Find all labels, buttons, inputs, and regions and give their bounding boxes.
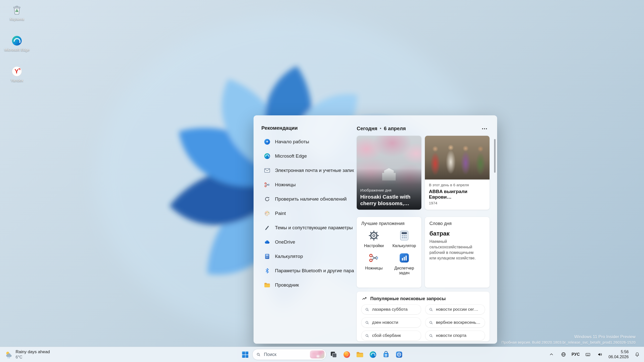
- volume-button[interactable]: [594, 349, 606, 360]
- microsoft-store-button[interactable]: [380, 348, 392, 360]
- search-home-panel: Рекомендации Начало работы Microsoft Edg…: [254, 115, 497, 344]
- task-view-button[interactable]: [328, 348, 339, 360]
- edge-button[interactable]: [367, 348, 379, 360]
- windows-start-icon: [241, 351, 249, 358]
- recommendation-item[interactable]: Электронная почта и учетные записи: [261, 164, 356, 177]
- edge-icon: [369, 351, 377, 358]
- yandex-icon: Y: [11, 66, 22, 77]
- word-of-day-definition: Наемный сельскохозяйственный рабочий в п…: [425, 239, 490, 261]
- image-of-day-kicker: Изображение дня: [360, 188, 418, 192]
- firefox-button[interactable]: [341, 348, 352, 360]
- search-highlight-thumbnail[interactable]: [310, 350, 325, 358]
- trending-query-label: новости россии сег…: [436, 307, 478, 312]
- weather-temp: 6°C: [16, 355, 50, 359]
- top-apps-grid: Настройки Калькулятор: [357, 228, 421, 277]
- watermark-line1: Windows 11 Pro Insider Preview: [501, 334, 635, 339]
- recommendation-item[interactable]: Ножницы: [261, 178, 356, 191]
- tray-time: 5:56: [621, 349, 629, 354]
- trending-query-chip[interactable]: вербное воскресень…: [425, 318, 485, 328]
- settings-gear-icon: [368, 230, 380, 241]
- weather-widget[interactable]: Rainy days ahead 6°C: [1, 347, 53, 361]
- recommendation-item[interactable]: Paint: [261, 207, 356, 220]
- image-of-day-card[interactable]: Изображение дня Hirosaki Castle with che…: [357, 136, 421, 210]
- recommendation-label: Калькулятор: [275, 254, 303, 259]
- bell-icon: [634, 352, 640, 357]
- network-button[interactable]: [558, 349, 569, 360]
- recommendation-item[interactable]: Проверить наличие обновлений: [261, 193, 356, 206]
- mail-icon: [264, 167, 270, 174]
- trending-header: Популярные поисковые запросы: [357, 292, 490, 304]
- trending-query-chip[interactable]: новости россии сег…: [425, 304, 485, 314]
- language-indicator[interactable]: РУС: [570, 349, 582, 360]
- recommendation-label: Paint: [275, 211, 286, 216]
- trending-query-chip[interactable]: новости спорта: [425, 331, 485, 341]
- recommendation-item[interactable]: Калькулятор: [261, 250, 356, 263]
- bluetooth-icon: [264, 267, 270, 274]
- on-this-day-kicker: В этот день в 6 апреля: [429, 183, 486, 187]
- trending-query-label: сбой сбербанк: [372, 333, 401, 338]
- today-more-button[interactable]: …: [479, 126, 490, 131]
- recommendation-item[interactable]: OneDrive: [261, 236, 356, 249]
- panel-scrollbar-thumb[interactable]: [494, 139, 496, 173]
- file-explorer-icon: [356, 351, 364, 358]
- search-icon: [365, 320, 370, 325]
- task-manager-icon: [398, 252, 410, 264]
- desktop-icon-recycle-bin[interactable]: Корзина: [3, 5, 31, 21]
- recommendation-item[interactable]: Темы и сопутствующие параметры: [261, 221, 356, 234]
- svg-text:Y: Y: [15, 68, 19, 75]
- today-section: Сегодня • 6 апреля … Изображение дня Hir…: [357, 125, 490, 341]
- app-settings[interactable]: Настройки: [359, 230, 389, 248]
- edge-icon: [264, 153, 270, 159]
- photos-button[interactable]: [393, 348, 405, 360]
- folder-icon: [264, 282, 270, 288]
- app-snipping-tool[interactable]: Ножницы: [359, 252, 389, 275]
- trending-query-chip[interactable]: дзен новости: [361, 318, 421, 328]
- desktop-icon-yandex[interactable]: Y Yandex: [3, 66, 31, 82]
- search-icon: [365, 307, 370, 312]
- recommendation-label: Ножницы: [275, 182, 296, 188]
- globe-icon: [561, 352, 566, 357]
- on-this-day-card[interactable]: В этот день в 6 апреля ABBA выиграли Евр…: [425, 136, 490, 210]
- hidden-icons-button[interactable]: [546, 349, 557, 360]
- photos-icon: [395, 351, 403, 358]
- today-title: Сегодня: [357, 126, 377, 131]
- recommendation-label: Проводник: [275, 282, 299, 288]
- trending-query-chip[interactable]: сбой сбербанк: [361, 331, 421, 341]
- windows-watermark: Windows 11 Pro Insider Preview Пробная в…: [501, 334, 635, 344]
- file-explorer-button[interactable]: [354, 348, 366, 360]
- touch-keyboard-icon: [585, 352, 591, 357]
- firefox-icon: [343, 351, 351, 358]
- top-apps-title: Лучшие приложения: [357, 217, 421, 228]
- on-this-day-year: 1974: [429, 201, 486, 205]
- trending-query-chip[interactable]: лазарева суббота: [361, 304, 421, 314]
- recommendations-list: Начало работы Microsoft Edge Электронная…: [261, 135, 356, 292]
- recommendation-item[interactable]: Microsoft Edge: [261, 150, 356, 163]
- taskbar-search-input[interactable]: [263, 352, 307, 357]
- word-of-day-card[interactable]: Слово дня батрак Наемный сельскохозяйств…: [425, 217, 490, 288]
- themes-brush-icon: [264, 224, 270, 231]
- trending-query-label: дзен новости: [372, 320, 398, 325]
- notifications-button[interactable]: [631, 349, 643, 360]
- desktop-icon-edge[interactable]: Microsoft Edge: [3, 35, 31, 52]
- touch-keyboard-button[interactable]: [582, 349, 594, 360]
- recommendation-item[interactable]: Начало работы: [261, 135, 356, 148]
- top-apps-card: Лучшие приложения: [357, 217, 421, 288]
- app-label: Настройки: [364, 243, 384, 248]
- start-button[interactable]: [239, 348, 251, 360]
- on-this-day-body: В этот день в 6 апреля ABBA выиграли Евр…: [425, 179, 490, 208]
- abba-photo: [425, 136, 490, 179]
- trending-title: Популярные поисковые запросы: [370, 296, 446, 301]
- recommendation-item[interactable]: Параметры Bluetooth и другие пара…: [261, 264, 356, 277]
- scissors-icon: [264, 182, 270, 188]
- app-calculator[interactable]: Калькулятор: [389, 230, 420, 248]
- app-label: Диспетчер задач: [390, 266, 418, 275]
- app-task-manager[interactable]: Диспетчер задач: [389, 252, 420, 275]
- calculator-icon: [264, 253, 270, 260]
- search-icon: [429, 320, 433, 325]
- task-view-icon: [330, 351, 338, 358]
- clock[interactable]: 5:56 06.04.2026: [606, 349, 631, 359]
- trending-searches-card: Популярные поисковые запросы лазарева су…: [357, 292, 490, 341]
- recommendation-item[interactable]: Проводник: [261, 279, 356, 292]
- taskbar-search-box[interactable]: [252, 349, 326, 360]
- taskbar-center: [239, 347, 405, 362]
